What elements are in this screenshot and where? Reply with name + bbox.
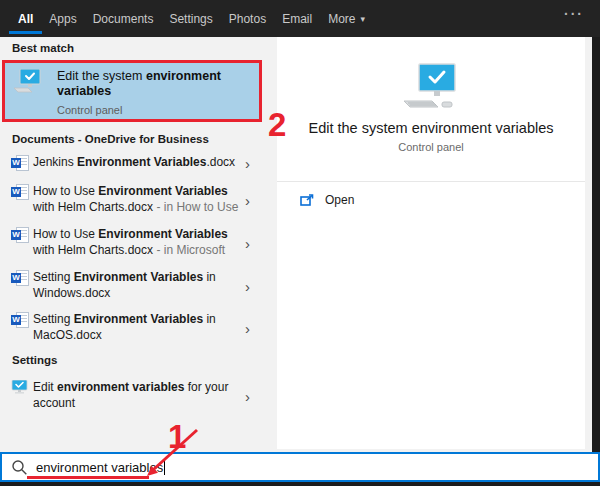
doc-result-macos[interactable]: W Setting Environment Variables in MacOS… (11, 311, 263, 345)
chevron-right-icon[interactable]: › (245, 321, 250, 336)
best-match-text: Edit the system environment variables Co… (57, 69, 242, 119)
preview-subtitle: Control panel (277, 141, 585, 153)
tab-photos[interactable]: Photos (229, 0, 266, 37)
word-doc-icon: W (11, 312, 28, 328)
word-doc-icon: W (11, 184, 28, 200)
word-doc-icon: W (11, 270, 28, 286)
results-list: Best match Edit the system environment v… (0, 37, 277, 452)
tab-settings[interactable]: Settings (169, 0, 212, 37)
chevron-down-icon: ▾ (360, 14, 365, 24)
tab-photos-label: Photos (229, 12, 266, 26)
doc-result-text: Setting Environment Variables in MacOS.d… (33, 311, 216, 345)
system-monitor-check-svg (402, 63, 460, 109)
open-action[interactable]: Open (300, 193, 354, 207)
best-match-subtitle: Control panel (57, 103, 242, 118)
doc-result-helm-1[interactable]: W How to Use Environment Variables with … (11, 183, 263, 217)
text-cursor (164, 459, 165, 475)
overflow-menu-button[interactable]: ··· (564, 6, 584, 22)
doc-result-text: Jenkins Environment Variables.docx (33, 154, 235, 172)
search-input[interactable]: environment variables (36, 460, 163, 475)
search-filter-bar: All Apps Documents Settings Photos Email… (0, 0, 600, 37)
tab-apps[interactable]: Apps (49, 0, 76, 37)
doc-result-text: How to Use Environment Variables with He… (33, 183, 238, 217)
settings-result-account[interactable]: Edit environment variables for your acco… (11, 379, 263, 413)
best-match-result[interactable]: Edit the system environment variables Co… (2, 60, 262, 122)
tab-documents-label: Documents (93, 12, 154, 26)
settings-result-text: Edit environment variables for your acco… (33, 379, 238, 413)
system-monitor-check-icon (402, 63, 460, 113)
system-monitor-check-icon (14, 69, 41, 93)
chevron-right-icon[interactable]: › (245, 279, 250, 294)
doc-result-windows[interactable]: W Setting Environment Variables in Windo… (11, 269, 263, 303)
tab-email-label: Email (282, 12, 312, 26)
system-monitor-check-icon (11, 380, 28, 395)
word-doc-icon: W (11, 155, 28, 171)
open-label: Open (325, 193, 354, 207)
chevron-right-icon[interactable]: › (245, 236, 250, 251)
tab-settings-label: Settings (169, 12, 212, 26)
tab-all-label: All (18, 12, 33, 26)
word-doc-icon: W (11, 227, 28, 243)
preview-divider (277, 181, 585, 182)
tab-apps-label: Apps (49, 12, 76, 26)
windows-search-flyout: All Apps Documents Settings Photos Email… (0, 0, 600, 486)
preview-title: Edit the system environment variables (277, 120, 585, 136)
doc-result-text: Setting Environment Variables in Windows… (33, 269, 216, 303)
best-match-title: Edit the system environment variables (57, 69, 242, 99)
section-settings: Settings (12, 354, 57, 366)
doc-result-text: How to Use Environment Variables with He… (33, 226, 228, 260)
tab-email[interactable]: Email (282, 0, 312, 37)
filter-tabs: All Apps Documents Settings Photos Email… (18, 0, 365, 37)
section-best-match: Best match (12, 42, 74, 54)
chevron-right-icon[interactable]: › (245, 193, 250, 208)
preview-pane: Edit the system environment variables Co… (277, 37, 585, 449)
search-icon (11, 459, 28, 476)
section-documents: Documents - OneDrive for Business (12, 133, 209, 145)
search-box[interactable]: environment variables (0, 452, 600, 482)
tab-all[interactable]: All (18, 0, 33, 37)
tab-more[interactable]: More ▾ (328, 0, 365, 37)
open-icon (300, 194, 314, 207)
tab-documents[interactable]: Documents (93, 0, 154, 37)
doc-result-helm-2[interactable]: W How to Use Environment Variables with … (11, 226, 263, 260)
doc-result-jenkins[interactable]: W Jenkins Environment Variables.docx › (11, 154, 263, 172)
chevron-right-icon[interactable]: › (245, 389, 250, 404)
chevron-right-icon[interactable]: › (245, 156, 250, 171)
tab-more-label: More (328, 12, 355, 26)
